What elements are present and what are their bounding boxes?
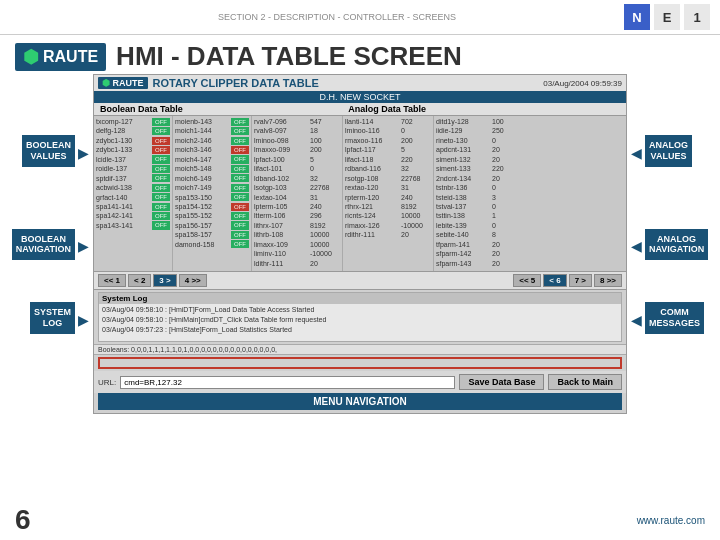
analog-row: lithrb-10810000 xyxy=(254,230,340,239)
bool-row: moich2-146OFF xyxy=(175,136,249,145)
syslog-entry-3: 03/Aug/04 09:57:23 : [HmiState]Form_Load… xyxy=(102,325,618,335)
analog-row: siment-133220 xyxy=(436,164,522,173)
center-panel: ⬢ RAUTE ROTARY CLIPPER DATA TABLE 03/Aug… xyxy=(93,74,627,414)
bool-row: zdybc1-133OFF xyxy=(96,145,170,154)
analog-row: rdband-11632 xyxy=(345,164,431,173)
analog-row: lifact-118220 xyxy=(345,155,431,164)
bool-row: spa142-141OFF xyxy=(96,211,170,220)
bool-row: damond-158OFF xyxy=(175,240,249,249)
logo: ⬢ RAUTE xyxy=(15,43,106,71)
syslog-entry-1: 03/Aug/04 09:58:10 : [HmiDT]Form_Load Da… xyxy=(102,305,618,315)
analog-row: ltterm-106296 xyxy=(254,211,340,220)
syslog-content: 03/Aug/04 09:58:10 : [HmiDT]Form_Load Da… xyxy=(99,304,621,335)
analog-nav-btn-8[interactable]: 8 >> xyxy=(594,274,622,287)
analog-row: 2ndcnt-13420 xyxy=(436,174,522,183)
arrow-left-analog-nav: ◀ xyxy=(631,238,642,254)
analog-row: ricnts-12410000 xyxy=(345,211,431,220)
url-input[interactable] xyxy=(120,376,455,389)
top-badges: N E 1 xyxy=(624,4,710,30)
website: www.raute.com xyxy=(637,515,705,526)
bool-nav-btn-1[interactable]: << 1 xyxy=(98,274,126,287)
analog-row: lminoo-098100 xyxy=(254,136,340,145)
bool-row: spa154-152OFF xyxy=(175,202,249,211)
comm-messages-label: COMM MESSAGES xyxy=(644,301,705,335)
dt-date: 03/Aug/2004 09:59:39 xyxy=(543,79,622,88)
bool-row: zdybc1-130OFF xyxy=(96,136,170,145)
bool-col-1: txcomp-127OFF delfg-128OFF zdybc1-130OFF… xyxy=(94,116,173,271)
bool-nav-btn-4[interactable]: 4 >> xyxy=(179,274,207,287)
bool-row: spa156-157OFF xyxy=(175,221,249,230)
save-button[interactable]: Save Data Base xyxy=(459,374,544,390)
analog-row: rimaxx-126-10000 xyxy=(345,221,431,230)
analog-row: lpfact-1005 xyxy=(254,155,340,164)
analog-row: sfparm-14320 xyxy=(436,259,522,268)
analog-row: iidie-129250 xyxy=(436,126,522,135)
bool-nav-btn-2[interactable]: < 2 xyxy=(128,274,151,287)
analog-row: rextao-12031 xyxy=(345,183,431,192)
analog-navigation-label: ANALOG NAVIGATION xyxy=(644,228,709,262)
analog-row: rmaxoo-116200 xyxy=(345,136,431,145)
menu-navigation-bar[interactable]: MENU NAVIGATION xyxy=(98,393,622,410)
bool-row: txcomp-127OFF xyxy=(96,117,170,126)
system-log-row: SYSTEM LOG ▶ xyxy=(29,301,89,339)
analog-col-1: rvalv7-096547 rvalv8-09718 lminoo-098100… xyxy=(252,116,343,271)
analog-nav-btn-7[interactable]: 7 > xyxy=(569,274,592,287)
analog-row: apdcnt-13120 xyxy=(436,145,522,154)
badge-1: 1 xyxy=(684,4,710,30)
analog-nav-btn-6[interactable]: < 6 xyxy=(543,274,566,287)
dt-subtitle: D.H. NEW SOCKET xyxy=(94,91,626,103)
analog-row: tsttin-1381 xyxy=(436,211,522,220)
analog-row: rineto-1300 xyxy=(436,136,522,145)
boolean-nav-group: << 1 < 2 3 > 4 >> xyxy=(98,274,207,287)
analog-row: lminoo-1160 xyxy=(345,126,431,135)
arrow-left-comm: ◀ xyxy=(631,312,642,328)
top-bar: SECTION 2 - DESCRIPTION - CONTROLLER - S… xyxy=(0,0,720,35)
analog-row: rdithr-11120 xyxy=(345,230,431,239)
bool-row: grfact-140OFF xyxy=(96,193,170,202)
page-title: HMI - DATA TABLE SCREEN xyxy=(116,41,462,72)
bool-row: spa158-157OFF xyxy=(175,230,249,239)
dt-boolean-label: Boolean Data Table xyxy=(96,104,344,114)
back-to-main-button[interactable]: Back to Main xyxy=(548,374,622,390)
analog-row: tstval-1370 xyxy=(436,202,522,211)
bool-row: acbwid-138OFF xyxy=(96,183,170,192)
bool-row: moich7-149OFF xyxy=(175,183,249,192)
badge-n: N xyxy=(624,4,650,30)
analog-row: rvalv7-096547 xyxy=(254,117,340,126)
bool-nav-btn-3[interactable]: 3 > xyxy=(153,274,176,287)
bool-row: spa153-150OFF xyxy=(175,193,249,202)
analog-row: lmaxxo-099200 xyxy=(254,145,340,154)
analog-row: lsotgp-10322768 xyxy=(254,183,340,192)
system-log-label: SYSTEM LOG xyxy=(29,301,76,335)
analog-col-2: llanti-114702 lminoo-1160 rmaxoo-116200 … xyxy=(343,116,434,271)
arrow-left-analog: ◀ xyxy=(631,145,642,161)
analog-row: lithrx-1078192 xyxy=(254,221,340,230)
bool-row: moich3-146OFF xyxy=(175,145,249,154)
bool-row: moich5-148OFF xyxy=(175,164,249,173)
boolean-navigation-label: BOOLEAN NAVIGATION xyxy=(11,228,76,262)
boolean-nav-row: BOOLEAN NAVIGATION ▶ xyxy=(11,228,89,266)
analog-values-row: ◀ ANALOG VALUES xyxy=(631,134,693,172)
analog-row: lextao-10431 xyxy=(254,193,340,202)
data-table-container: ⬢ RAUTE ROTARY CLIPPER DATA TABLE 03/Aug… xyxy=(93,74,627,414)
bool-col-2: moienb-143OFF moich1-144OFF moich2-146OF… xyxy=(173,116,252,271)
analog-row: lebite-1390 xyxy=(436,221,522,230)
analog-row: lifact-1010 xyxy=(254,164,340,173)
url-label: URL: xyxy=(98,378,116,387)
bool-row: moienb-143OFF xyxy=(175,117,249,126)
analog-row: ldithr-11120 xyxy=(254,259,340,268)
comm-messages-row: ◀ COMM MESSAGES xyxy=(631,301,705,339)
logo-leaf-icon: ⬢ xyxy=(23,46,39,68)
analog-row: llanti-114702 xyxy=(345,117,431,126)
left-panel: BOOLEAN VALUES ▶ BOOLEAN NAVIGATION ▶ SY… xyxy=(8,74,93,345)
page-number: 6 xyxy=(15,504,31,536)
url-row: URL: Save Data Base Back to Main xyxy=(94,371,626,393)
nav-row: << 1 < 2 3 > 4 >> << 5 < 6 7 > 8 >> xyxy=(94,271,626,290)
arrow-right-boolean: ▶ xyxy=(78,145,89,161)
boolean-values-row: BOOLEAN VALUES ▶ xyxy=(21,134,89,172)
bool-row: spa141-141OFF xyxy=(96,202,170,211)
analog-values-label: ANALOG VALUES xyxy=(644,134,693,168)
analog-nav-btn-5[interactable]: << 5 xyxy=(513,274,541,287)
section-text: SECTION 2 - DESCRIPTION - CONTROLLER - S… xyxy=(50,12,624,22)
dt-analog-label: Analog Data Table xyxy=(344,104,624,114)
